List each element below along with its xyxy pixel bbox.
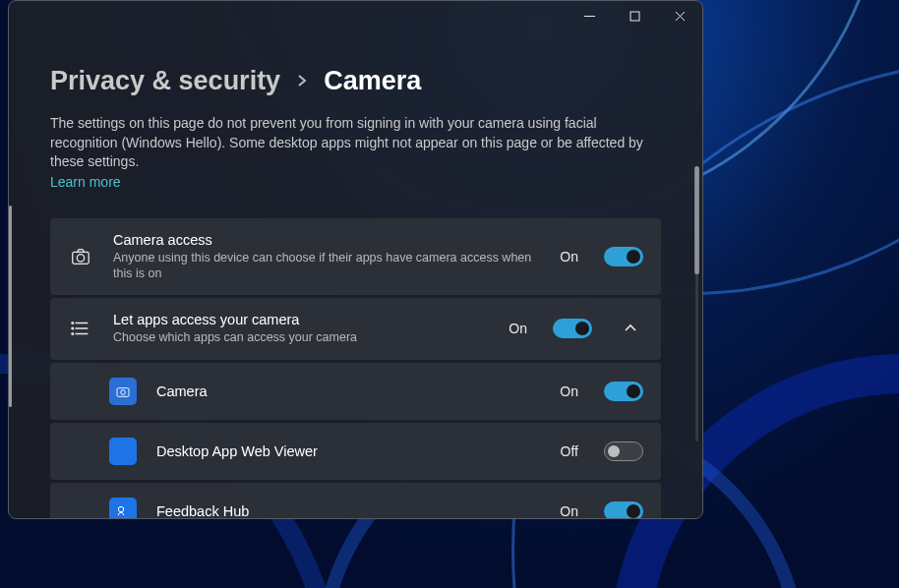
toggle-state-label: On (553, 249, 578, 265)
setting-let-apps-access[interactable]: Let apps access your camera Choose which… (50, 298, 661, 359)
app-row-camera[interactable]: Camera On (50, 363, 661, 420)
list-icon (68, 318, 93, 339)
setting-title: Let apps access your camera (113, 312, 482, 327)
close-button[interactable] (657, 1, 702, 30)
let-apps-toggle[interactable] (553, 319, 592, 338)
app-row-desktop-web-viewer[interactable]: Desktop App Web Viewer Off (50, 423, 661, 480)
svg-rect-0 (630, 12, 639, 21)
svg-point-2 (77, 255, 84, 262)
svg-point-5 (72, 333, 74, 335)
svg-point-3 (72, 323, 74, 324)
toggle-state-label: On (502, 321, 527, 336)
scrollbar-thumb[interactable] (694, 166, 699, 274)
app-toggle-feedback-hub[interactable] (604, 501, 643, 518)
minimize-button[interactable] (567, 1, 612, 30)
camera-access-toggle[interactable] (604, 247, 643, 266)
chevron-right-icon (296, 73, 308, 90)
app-icon-feedback-hub (109, 498, 137, 518)
learn-more-link[interactable]: Learn more (50, 174, 121, 190)
toggle-state-label: On (553, 503, 578, 518)
app-icon-camera (109, 378, 137, 405)
setting-camera-access[interactable]: Camera access Anyone using this device c… (50, 218, 661, 296)
settings-panel: Camera access Anyone using this device c… (50, 218, 661, 518)
app-icon-desktop-web-viewer (109, 438, 137, 465)
breadcrumb-parent[interactable]: Privacy & security (50, 66, 280, 96)
setting-subtitle: Choose which apps can access your camera (113, 329, 482, 345)
settings-window: Privacy & security Camera The settings o… (8, 0, 703, 519)
app-name: Feedback Hub (156, 503, 533, 518)
camera-icon (68, 246, 93, 267)
app-toggle-camera[interactable] (604, 382, 643, 401)
svg-rect-6 (117, 387, 129, 396)
svg-point-7 (121, 389, 126, 394)
page-description: The settings on this page do not prevent… (50, 114, 661, 172)
app-name: Camera (156, 383, 533, 399)
svg-point-4 (72, 327, 74, 329)
scrollbar[interactable] (695, 166, 698, 441)
app-row-feedback-hub[interactable]: Feedback Hub On (50, 483, 661, 518)
setting-title: Camera access (113, 232, 533, 248)
svg-point-8 (118, 506, 123, 511)
collapse-button[interactable] (618, 322, 643, 335)
app-toggle-desktop-web-viewer[interactable] (604, 441, 643, 461)
setting-subtitle: Anyone using this device can choose if t… (113, 250, 533, 282)
toggle-state-label: Off (553, 443, 578, 459)
maximize-button[interactable] (612, 1, 657, 30)
page-title: Camera (324, 66, 421, 96)
toggle-state-label: On (553, 383, 578, 399)
content-area: Privacy & security Camera The settings o… (9, 40, 702, 518)
titlebar (9, 1, 702, 40)
breadcrumb: Privacy & security Camera (50, 66, 661, 96)
app-name: Desktop App Web Viewer (156, 443, 533, 459)
